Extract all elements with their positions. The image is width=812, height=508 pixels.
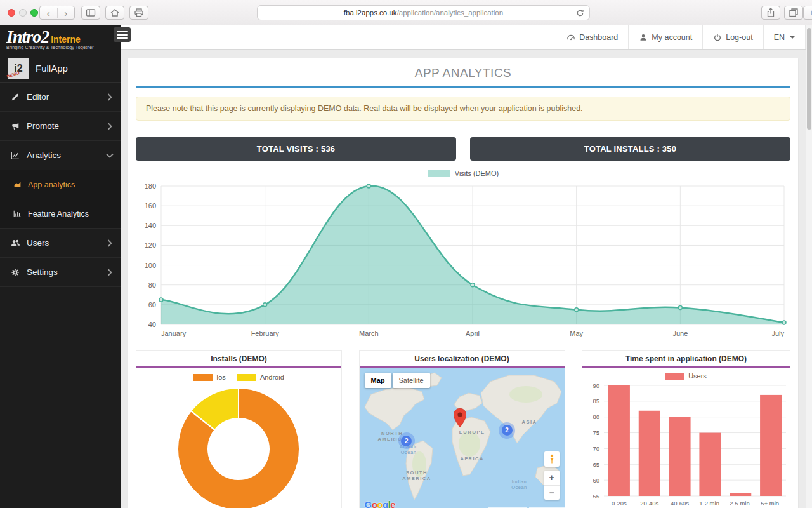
page-scrollbar[interactable] (806, 25, 812, 508)
reload-icon (575, 8, 585, 18)
visits-legend-label: Visits (DEMO) (455, 170, 499, 177)
line-chart-icon (9, 151, 22, 160)
main-content: APP ANALYTICS Please note that this page… (128, 58, 798, 508)
data-point[interactable] (678, 306, 682, 310)
installs-panel: Installs (DEMO) Ios Android (136, 350, 342, 508)
gears-icon (9, 268, 22, 277)
x-tick-label: 20-40s (640, 500, 658, 507)
map-cluster-marker[interactable]: 2 (398, 432, 415, 449)
sidebar-item-users[interactable]: Users (0, 229, 121, 258)
share-button[interactable] (761, 6, 780, 20)
data-point[interactable] (367, 184, 370, 188)
android-legend-swatch (237, 374, 256, 381)
chevron-down-icon (107, 152, 112, 159)
forward-button[interactable]: › (58, 8, 75, 18)
zoom-in-button[interactable]: + (544, 471, 560, 486)
tab-overview-button[interactable] (784, 6, 803, 20)
home-button[interactable] (105, 6, 124, 20)
printer-icon (134, 8, 144, 18)
stats-row: TOTAL VISITS : 536 TOTAL INSTALLS : 350 (136, 137, 790, 161)
top-navbar: Dashboard My account Log-out EN (121, 25, 806, 50)
chevron-right-icon (107, 239, 112, 247)
visits-legend[interactable]: Visits (DEMO) (128, 168, 798, 178)
ios-legend-swatch (193, 374, 213, 381)
sidebar-item-app-analytics[interactable]: App analytics (0, 170, 121, 199)
nav-logout[interactable]: Log-out (702, 25, 763, 49)
back-button[interactable]: ‹ (40, 8, 58, 18)
total-installs-stat: TOTAL INSTALLS : 350 (470, 137, 790, 161)
google-map[interactable]: NORTH AMERICASOUTH AMERICAEUROPEAFRICAAS… (360, 368, 565, 508)
nav-language-dropdown[interactable]: EN (763, 25, 806, 49)
close-button[interactable] (8, 9, 15, 17)
fullscreen-button[interactable] (30, 9, 38, 17)
sidebar-item-feature-analytics[interactable]: Feature Analytics (0, 199, 121, 229)
y-tick-label: 100 (145, 262, 156, 269)
nav-dashboard[interactable]: Dashboard (556, 25, 628, 49)
map-pin-marker[interactable] (454, 408, 466, 430)
nav-my-account[interactable]: My account (628, 25, 702, 49)
reload-button[interactable] (575, 8, 585, 19)
installs-legend-ios[interactable]: Ios (193, 373, 226, 381)
bar-5+ min.[interactable] (760, 395, 782, 496)
bar-2-5 min.[interactable] (730, 493, 751, 496)
cluster-count: 2 (401, 436, 412, 446)
map-label: EUROPE (459, 429, 485, 435)
y-tick-label: 75 (593, 429, 599, 436)
map-cluster-marker[interactable]: 2 (499, 422, 515, 439)
map-button[interactable]: Map (365, 373, 391, 388)
y-tick-label: 80 (148, 281, 156, 289)
y-tick-label: 120 (145, 241, 156, 249)
data-point[interactable] (575, 308, 579, 312)
brand-logo: Intro2Interne Bringing Creativity & Tech… (0, 25, 121, 55)
data-point[interactable] (263, 303, 267, 307)
nav-language-label: EN (774, 33, 785, 42)
localization-panel-title: Users localization (DEMO) (360, 351, 565, 368)
chevron-right-icon (107, 93, 112, 101)
demo-notice: Please note that this page is currently … (136, 97, 790, 121)
print-button[interactable] (129, 6, 148, 20)
installs-legend-android[interactable]: Android (237, 373, 284, 381)
x-tick-label: February (251, 330, 280, 337)
time-spent-legend[interactable]: Users (582, 371, 790, 380)
bar-40-60s[interactable] (669, 417, 691, 496)
app-logo: i2 DEMO (8, 58, 29, 79)
satellite-button[interactable]: Satellite (393, 373, 430, 388)
dashboard-icon (566, 33, 575, 42)
y-tick-label: 40 (148, 321, 156, 328)
y-tick-label: 180 (145, 182, 156, 190)
sidebar-item-analytics[interactable]: Analytics (0, 141, 121, 170)
x-tick-label: 1-2 min. (699, 500, 721, 507)
map-label: ASIA (522, 419, 537, 425)
sidebar-item-settings[interactable]: Settings (0, 258, 121, 287)
url-path: /application/analytics_application (397, 9, 504, 17)
data-point[interactable] (471, 283, 475, 287)
sidebar-toggle-button[interactable] (81, 6, 100, 20)
pin-icon (454, 408, 466, 427)
home-icon (110, 8, 120, 18)
y-tick-label: 55 (593, 493, 599, 500)
zoom-out-button[interactable]: − (544, 486, 560, 500)
pencil-icon (9, 93, 22, 102)
sidebar-item-promote[interactable]: Promote (0, 112, 121, 141)
brand-name: Intro2 (6, 27, 49, 46)
sidebar: Intro2Interne Bringing Creativity & Tech… (0, 25, 121, 508)
scrollbar-thumb[interactable] (807, 28, 811, 130)
hamburger-menu-button[interactable] (114, 27, 131, 42)
sidebar-item-editor[interactable]: Editor (0, 83, 121, 112)
x-tick-label: 5+ min. (761, 500, 780, 507)
google-logo[interactable]: Google (365, 499, 396, 508)
bar-0-20s[interactable] (608, 385, 630, 496)
y-tick-label: 65 (593, 461, 599, 468)
bar-20-40s[interactable] (639, 411, 660, 496)
x-tick-label: May (570, 330, 583, 337)
data-point[interactable] (159, 298, 163, 302)
data-point[interactable] (782, 321, 786, 324)
sidebar-item-label: Editor (27, 92, 49, 102)
x-tick-label: January (161, 330, 187, 337)
new-tab-button[interactable]: + (803, 6, 812, 20)
bar-1-2 min.[interactable] (699, 433, 721, 496)
minimize-button[interactable] (19, 9, 27, 17)
user-icon (639, 33, 648, 42)
pegman-control[interactable] (544, 451, 560, 467)
url-bar[interactable]: fba.i2apps.co.uk/application/analytics_a… (257, 5, 590, 20)
